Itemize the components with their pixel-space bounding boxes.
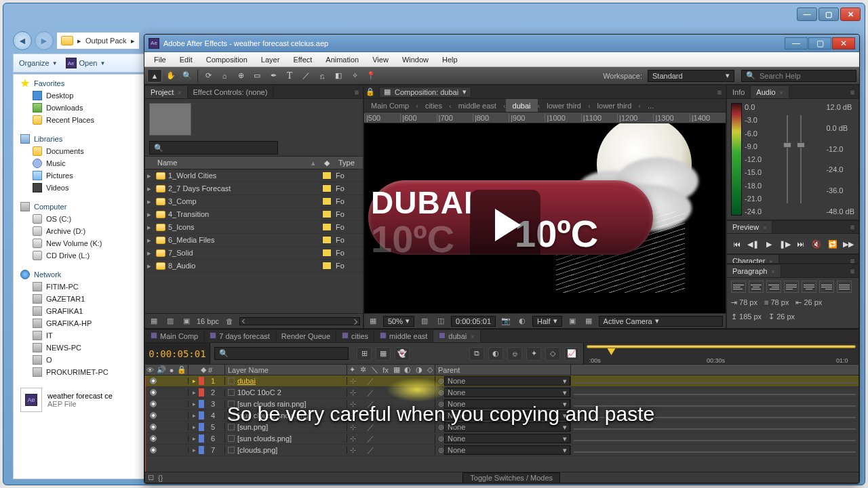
crumb-cities[interactable]: cities [418, 99, 449, 112]
ae-minimize-button[interactable]: — [785, 37, 808, 49]
organize-button[interactable]: Organize▼ [19, 59, 58, 67]
selected-file[interactable]: Ae weather forecast ce AEP File [14, 385, 145, 415]
tab-preview[interactable]: Preview× [727, 221, 772, 233]
type-tool[interactable]: T [282, 69, 297, 83]
sidebar-item-drive-l[interactable]: CD Drive (L:) [14, 249, 145, 262]
menu-effect[interactable]: Effect [286, 54, 319, 66]
justify-last-right-button[interactable] [819, 281, 834, 293]
prev-frame-button[interactable]: ◀❚ [747, 238, 760, 250]
pickwhip-icon[interactable]: ⊚ [438, 400, 444, 409]
clone-tool[interactable]: ⎌ [315, 69, 330, 83]
space-after-value[interactable]: 26 px [776, 312, 795, 321]
menu-layer[interactable]: Layer [254, 54, 287, 66]
sidebar-item-recent[interactable]: Recent Places [14, 114, 145, 126]
pickwhip-icon[interactable]: ⊚ [438, 434, 444, 443]
sidebar-item-network-pc[interactable]: GRAFIKA1 [14, 305, 145, 317]
visibility-toggle[interactable] [150, 378, 157, 384]
sidebar-item-network-pc[interactable]: PROKURIMET-PC [14, 366, 145, 378]
libraries-header[interactable]: Libraries [14, 133, 145, 145]
camera-tool[interactable]: ⌂ [217, 69, 232, 83]
menu-view[interactable]: View [366, 54, 395, 66]
visibility-toggle[interactable] [150, 435, 157, 442]
timeline-layer-row[interactable]: ▸4[sun clouds snow.png]⊹／⊚None▾ [145, 410, 859, 422]
panel-menu-icon[interactable]: ≡ [351, 86, 363, 98]
justify-all-button[interactable] [837, 281, 852, 293]
composition-dropdown[interactable]: ▦Composition: dubai▾ [379, 87, 471, 98]
transparency-icon[interactable]: ▦ [583, 316, 595, 327]
crumb-...[interactable]: ... [641, 99, 660, 112]
label-swatch[interactable] [322, 249, 332, 257]
channel-icon[interactable]: ◐ [516, 316, 528, 327]
always-preview-icon[interactable]: ▦ [367, 316, 379, 327]
brush-tool[interactable]: ／ [298, 69, 313, 83]
visibility-toggle[interactable] [150, 401, 157, 407]
parent-dropdown[interactable]: None▾ [444, 376, 570, 386]
draft3d-icon[interactable]: ▦ [376, 347, 391, 361]
parent-dropdown[interactable]: None▾ [444, 388, 570, 397]
panel-menu-icon[interactable]: ≡ [713, 86, 726, 98]
frame-blend-icon[interactable]: ⧉ [469, 347, 484, 361]
ae-titlebar[interactable]: Ae Adobe After Effects - weather forecas… [144, 35, 859, 52]
new-comp-icon[interactable]: ▣ [180, 316, 193, 327]
indent-right-value[interactable]: 26 px [804, 298, 822, 306]
label-swatch[interactable] [322, 197, 332, 205]
h-scrollbar[interactable] [239, 317, 360, 325]
timeline-layer-row[interactable]: ▸1dubai⊹／⊚None▾ [145, 375, 859, 387]
shape-tool[interactable]: ▭ [250, 69, 264, 83]
ae-close-button[interactable]: ✕ [832, 37, 855, 49]
selection-tool[interactable]: ▲ [147, 69, 162, 83]
tab-paragraph[interactable]: Paragraph× [727, 265, 781, 277]
panel-menu-icon[interactable]: ≡ [846, 86, 859, 98]
timeline-layer-row[interactable]: ▸7[clouds.png]⊹／⊚None▾ [145, 445, 859, 456]
sidebar-item-drive-d[interactable]: Archive (D:) [14, 225, 145, 237]
menu-composition[interactable]: Composition [199, 54, 254, 66]
timeline-tab[interactable]: 7 days forecast [204, 330, 276, 342]
visibility-toggle[interactable] [150, 389, 157, 396]
pickwhip-icon[interactable]: ⊚ [438, 377, 444, 386]
menu-file[interactable]: File [147, 54, 173, 66]
ram-preview-button[interactable]: ▶▶ [843, 238, 855, 250]
label-swatch[interactable] [199, 446, 204, 454]
sidebar-item-drive-k[interactable]: New Volume (K:) [14, 237, 145, 249]
mask-icon[interactable]: ◫ [435, 316, 447, 327]
timeline-tab[interactable]: cities [336, 330, 374, 342]
close-button[interactable]: ✕ [840, 7, 861, 21]
breadcrumb[interactable]: ▸ Output Pack ▸ [56, 32, 140, 49]
zoom-tool[interactable]: 🔍 [180, 69, 195, 83]
indent-first-value[interactable]: 78 px [770, 298, 789, 306]
visibility-toggle[interactable] [150, 412, 157, 419]
zoom-dropdown[interactable]: 50%▾ [383, 316, 414, 327]
label-swatch[interactable] [322, 236, 332, 244]
label-swatch[interactable] [199, 434, 204, 443]
menu-help[interactable]: Help [435, 54, 465, 66]
comp-mini-flowchart-icon[interactable]: ⊞ [357, 347, 372, 361]
pickwhip-icon[interactable]: ⊚ [438, 388, 444, 397]
breadcrumb-item[interactable]: Output Pack [85, 37, 127, 45]
panel-menu-icon[interactable]: ≡ [846, 221, 859, 233]
label-swatch[interactable] [199, 423, 204, 431]
toggle-switches-button[interactable]: Toggle Switches / Modes [462, 472, 560, 483]
timeline-ruler[interactable]: :00s 00:30s 01:0 [583, 343, 859, 364]
sidebar-item-downloads[interactable]: Downloads [14, 102, 145, 114]
timeline-tab[interactable]: middle east [374, 330, 433, 342]
sidebar-item-drive-c[interactable]: OS (C:) [14, 213, 145, 225]
work-area-bar[interactable] [587, 345, 856, 348]
crumb-lower-third[interactable]: lower third [591, 99, 639, 112]
timeline-layer-row[interactable]: ▸6[sun clouds.png]⊹／⊚None▾ [145, 433, 859, 445]
sidebar-item-desktop[interactable]: Desktop [14, 89, 145, 102]
favorites-header[interactable]: Favorites [14, 77, 145, 89]
network-header[interactable]: Network [14, 268, 145, 281]
project-columns[interactable]: Name▴ ◆ Type [145, 156, 363, 169]
label-swatch[interactable] [322, 184, 332, 192]
pan-behind-tool[interactable]: ⊕ [233, 69, 248, 83]
sidebar-item-videos[interactable]: Videos [14, 182, 145, 194]
sidebar-item-network-pc[interactable]: NEWS-PC [14, 342, 145, 354]
shy-icon[interactable]: 👻 [395, 347, 410, 361]
parent-dropdown[interactable]: None▾ [444, 434, 570, 443]
tab-project[interactable]: Project× [145, 86, 188, 98]
next-frame-button[interactable]: ❚▶ [779, 238, 791, 250]
crumb-dubai[interactable]: dubai [506, 99, 538, 112]
first-frame-button[interactable]: ⏮ [731, 238, 743, 250]
timeline-tab[interactable]: Main Comp [145, 330, 204, 342]
roi-icon[interactable]: ▣ [566, 316, 578, 327]
